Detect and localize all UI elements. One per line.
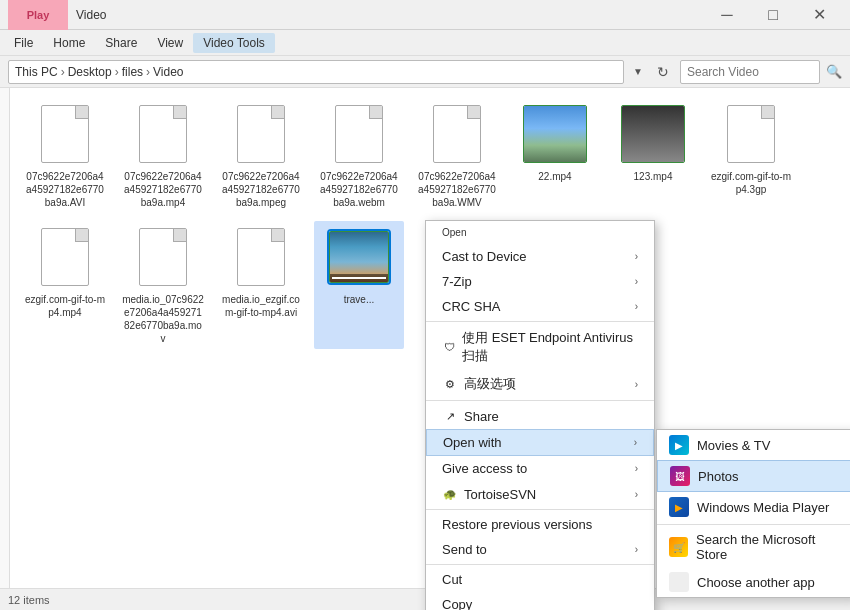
ctx-open[interactable]: Open [426, 221, 654, 244]
file-label: media.io_ezgif.com-gif-to-mp4.avi [220, 293, 302, 319]
sub-moviestv[interactable]: ▶ Movies & TV [657, 430, 850, 460]
ctx-share[interactable]: ↗ Share [426, 403, 654, 429]
file-item[interactable]: media.io_ezgif.com-gif-to-mp4.avi [216, 221, 306, 349]
ctx-7zip[interactable]: 7-Zip › [426, 269, 654, 294]
document-icon [139, 228, 187, 286]
ctx-tortoise[interactable]: 🐢 TortoiseSVN › [426, 481, 654, 507]
gear-icon: ⚙ [442, 376, 458, 392]
window-title: Video [76, 8, 704, 22]
file-label: 07c9622e7206a4a45927182e6770ba9a.webm [318, 170, 400, 209]
ctx-separator [426, 321, 654, 322]
file-item-selected[interactable]: trave... [314, 221, 404, 349]
file-item[interactable]: 07c9622e7206a4a45927182e6770ba9a.mpeg [216, 98, 306, 213]
ctx-7zip-label: 7-Zip [442, 274, 472, 289]
file-label: 07c9622e7206a4a45927182e6770ba9a.WMV [416, 170, 498, 209]
minimize-button[interactable]: ─ [704, 0, 750, 30]
movies-tv-icon: ▶ [669, 435, 689, 455]
maximize-button[interactable]: □ [750, 0, 796, 30]
file-icon [33, 102, 97, 166]
ctx-restore[interactable]: Restore previous versions [426, 512, 654, 537]
shield-icon: 🛡 [442, 339, 456, 355]
windows-media-player-icon: ▶ [669, 497, 689, 517]
search-icon: 🔍 [826, 64, 842, 79]
sub-otherapp[interactable]: Choose another app [657, 567, 850, 597]
sub-otherapp-label: Choose another app [697, 575, 815, 590]
file-icon [33, 225, 97, 289]
ctx-separator [426, 509, 654, 510]
video-thumbnail [621, 105, 685, 163]
menu-file[interactable]: File [4, 33, 43, 53]
ctx-sendto[interactable]: Send to › [426, 537, 654, 562]
menu-bar: File Home Share View Video Tools [0, 30, 850, 56]
file-item[interactable]: media.io_07c9622e7206a4a45927182e6770ba9… [118, 221, 208, 349]
window-controls: ─ □ ✕ [704, 0, 842, 30]
ctx-copy[interactable]: Copy [426, 592, 654, 610]
ctx-separator [426, 400, 654, 401]
sub-store[interactable]: 🛒 Search the Microsoft Store [657, 527, 850, 567]
share-icon: ↗ [442, 408, 458, 424]
menu-videotools[interactable]: Video Tools [193, 33, 275, 53]
close-button[interactable]: ✕ [796, 0, 842, 30]
file-icon [327, 225, 391, 289]
file-item[interactable]: 07c9622e7206a4a45927182e6770ba9a.mp4 [118, 98, 208, 213]
address-bar: This PC › Desktop › files › Video ▼ ↻ 🔍 [0, 56, 850, 88]
refresh-button[interactable]: ↻ [652, 61, 674, 83]
ctx-openwith[interactable]: Open with › ▶ Movies & TV 🖼 Photos ▶ [426, 429, 654, 456]
photos-icon: 🖼 [670, 466, 690, 486]
document-icon [41, 228, 89, 286]
file-item[interactable]: 123.mp4 [608, 98, 698, 213]
address-dropdown-button[interactable]: ▼ [630, 61, 646, 83]
document-icon [335, 105, 383, 163]
file-item[interactable]: ezgif.com-gif-to-mp4.3gp [706, 98, 796, 213]
file-label: media.io_07c9622e7206a4a45927182e6770ba9… [122, 293, 204, 345]
file-icon [229, 225, 293, 289]
video-thumbnail [329, 231, 389, 283]
file-item[interactable]: 07c9622e7206a4a45927182e6770ba9a.AVI [20, 98, 110, 213]
file-icon [621, 102, 685, 166]
ctx-separator [426, 564, 654, 565]
ctx-giveaccess-label: Give access to [442, 461, 527, 476]
otherapp-icon [669, 572, 689, 592]
file-item[interactable]: 07c9622e7206a4a45927182e6770ba9a.WMV [412, 98, 502, 213]
file-item[interactable]: ezgif.com-gif-to-mp4.mp4 [20, 221, 110, 349]
arrow-icon: › [635, 489, 638, 500]
document-icon [237, 105, 285, 163]
file-icon [719, 102, 783, 166]
play-button[interactable]: Play [8, 0, 68, 30]
ctx-eset[interactable]: 🛡 使用 ESET Endpoint Antivirus 扫描 [426, 324, 654, 370]
breadcrumb-desktop: Desktop [68, 65, 112, 79]
ctx-cut[interactable]: Cut [426, 567, 654, 592]
sidebar [0, 88, 10, 588]
file-label: 07c9622e7206a4a45927182e6770ba9a.mp4 [122, 170, 204, 209]
sub-photos-label: Photos [698, 469, 738, 484]
ctx-giveaccess[interactable]: Give access to › [426, 456, 654, 481]
ctx-advanced-label: 高级选项 [464, 375, 516, 393]
menu-home[interactable]: Home [43, 33, 95, 53]
video-thumbnail [523, 105, 587, 163]
ctx-crcsha[interactable]: CRC SHA › [426, 294, 654, 319]
file-icon [229, 102, 293, 166]
file-label: 123.mp4 [634, 170, 673, 183]
document-icon [41, 105, 89, 163]
sub-photos[interactable]: 🖼 Photos [657, 460, 850, 492]
file-item[interactable]: 07c9622e7206a4a45927182e6770ba9a.webm [314, 98, 404, 213]
sub-wmp[interactable]: ▶ Windows Media Player [657, 492, 850, 522]
document-icon [727, 105, 775, 163]
ctx-cast[interactable]: Cast to Device › [426, 244, 654, 269]
context-menu: Open Cast to Device › 7-Zip › CRC SHA › … [425, 220, 655, 610]
ctx-eset-label: 使用 ESET Endpoint Antivirus 扫描 [462, 329, 638, 365]
search-input[interactable] [680, 60, 820, 84]
file-label: 07c9622e7206a4a45927182e6770ba9a.mpeg [220, 170, 302, 209]
ctx-advanced[interactable]: ⚙ 高级选项 › [426, 370, 654, 398]
arrow-icon: › [635, 276, 638, 287]
file-label: trave... [344, 293, 375, 306]
menu-view[interactable]: View [147, 33, 193, 53]
breadcrumb[interactable]: This PC › Desktop › files › Video [8, 60, 624, 84]
file-item[interactable]: 22.mp4 [510, 98, 600, 213]
ctx-tortoise-label: TortoiseSVN [464, 487, 536, 502]
arrow-icon: › [635, 301, 638, 312]
file-icon [131, 102, 195, 166]
menu-share[interactable]: Share [95, 33, 147, 53]
sub-separator [657, 524, 850, 525]
file-label: 07c9622e7206a4a45927182e6770ba9a.AVI [24, 170, 106, 209]
